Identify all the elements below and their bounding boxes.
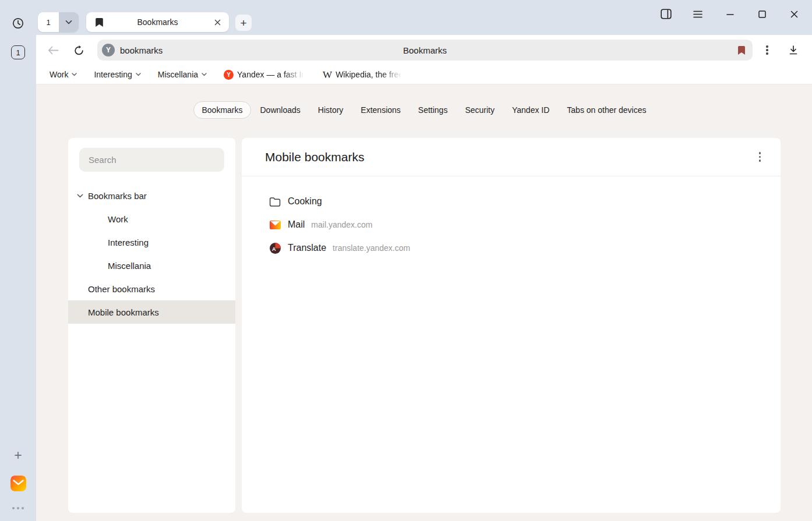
- tab-group-count-button[interactable]: 1: [38, 12, 59, 32]
- yandex-translate-icon: A: [269, 242, 281, 254]
- bookmark-label: Yandex — a fast In: [237, 70, 306, 79]
- side-panel-toggle-button[interactable]: [659, 8, 672, 20]
- tab-security[interactable]: Security: [457, 101, 503, 119]
- list-item-translate[interactable]: A Translate translate.yandex.com: [242, 236, 781, 260]
- tab-close-button[interactable]: [211, 16, 224, 29]
- bookmarks-bar-folder-interesting[interactable]: Interesting: [94, 70, 140, 79]
- window-close-button[interactable]: [788, 8, 800, 20]
- history-clock-icon[interactable]: [12, 17, 24, 30]
- tree-item-label: Bookmarks bar: [88, 191, 147, 201]
- browser-window: 1 Bookmarks +: [36, 0, 812, 521]
- bookmark-list: Cooking Mail mail.yandex.com: [242, 176, 781, 260]
- folder-icon: [269, 196, 281, 207]
- url-text: bookmarks: [120, 45, 163, 55]
- list-item-mail[interactable]: Mail mail.yandex.com: [242, 213, 781, 236]
- browser-toolbar: Y bookmarks Bookmarks: [36, 35, 812, 65]
- close-icon: [790, 10, 798, 18]
- kebab-icon: [759, 152, 761, 162]
- back-button[interactable]: [44, 41, 62, 59]
- bookmarks-bar-folder-miscellania[interactable]: Miscellania: [158, 70, 207, 79]
- bookmark-url: mail.yandex.com: [311, 220, 372, 229]
- address-bar[interactable]: Y bookmarks Bookmarks: [97, 40, 753, 61]
- bookmark-name: Translate: [288, 243, 326, 253]
- tab-other-devices[interactable]: Tabs on other devices: [559, 101, 654, 119]
- chevron-down-icon: [72, 73, 77, 76]
- folder-label: Miscellania: [158, 70, 198, 79]
- tab-strip: 1 Bookmarks +: [36, 0, 812, 35]
- browser-tab[interactable]: Bookmarks: [86, 12, 229, 32]
- panel-menu-button[interactable]: [756, 149, 764, 165]
- workspace-number-badge[interactable]: 1: [11, 45, 25, 59]
- yandex-favicon: Y: [224, 70, 234, 80]
- tab-title: Bookmarks: [104, 17, 211, 27]
- chevron-down-icon: [202, 73, 207, 76]
- yandex-mail-app-icon[interactable]: [10, 476, 26, 491]
- tree-item-label: Mobile bookmarks: [88, 307, 159, 317]
- rail-more-button[interactable]: [12, 507, 24, 509]
- bookmark-name: Cooking: [288, 196, 322, 207]
- bookmarks-manager-page: Bookmarks Downloads History Extensions S…: [36, 84, 812, 521]
- tab-settings[interactable]: Settings: [410, 101, 456, 119]
- tree-item-work[interactable]: Work: [68, 207, 235, 231]
- svg-text:A: A: [272, 246, 276, 251]
- wikipedia-favicon: W: [323, 70, 332, 80]
- address-bar-menu-button[interactable]: [760, 42, 775, 58]
- tree-item-other-bookmarks[interactable]: Other bookmarks: [68, 277, 235, 300]
- kebab-icon: [766, 45, 768, 54]
- chevron-down-icon: [136, 73, 141, 76]
- reload-button[interactable]: [70, 41, 87, 59]
- yandex-mail-icon: [269, 219, 281, 231]
- bookmark-flag-icon: [737, 45, 746, 55]
- tree-item-miscellania[interactable]: Miscellania: [68, 254, 235, 277]
- list-item-cooking[interactable]: Cooking: [242, 190, 781, 213]
- bookmarks-bar-link-yandex[interactable]: Y Yandex — a fast In: [224, 70, 306, 80]
- panel-title: Mobile bookmarks: [265, 150, 364, 164]
- rail-add-button[interactable]: +: [14, 449, 22, 462]
- bookmark-label: Wikipedia, the free: [336, 70, 403, 79]
- tab-yandex-id[interactable]: Yandex ID: [504, 101, 557, 119]
- browser-menu-button[interactable]: [691, 8, 704, 20]
- new-tab-button[interactable]: +: [235, 15, 252, 31]
- reload-icon: [73, 45, 84, 56]
- back-arrow-icon: [48, 46, 59, 55]
- manager-panels: Bookmarks bar Work Interesting Miscellan…: [68, 138, 781, 513]
- bookmarks-tree: Bookmarks bar Work Interesting Miscellan…: [68, 184, 235, 324]
- chevron-down-icon[interactable]: [77, 194, 83, 198]
- list-panel-header: Mobile bookmarks: [242, 138, 781, 176]
- tab-downloads[interactable]: Downloads: [252, 101, 309, 119]
- tab-extensions[interactable]: Extensions: [352, 101, 408, 119]
- workspace-number: 1: [16, 48, 20, 57]
- bookmarks-bar-folder-work[interactable]: Work: [50, 70, 77, 79]
- minimize-icon: [726, 10, 734, 18]
- window-minimize-button[interactable]: [723, 8, 736, 20]
- bookmark-url: translate.yandex.com: [333, 243, 410, 253]
- side-panel-icon: [661, 9, 672, 19]
- tree-item-interesting[interactable]: Interesting: [68, 231, 235, 254]
- bookmark-name: Mail: [288, 219, 305, 230]
- bookmarks-bar: Work Interesting Miscellania Y Yandex — …: [36, 65, 812, 84]
- side-rail: 1 +: [0, 0, 36, 521]
- bookmark-flag-button[interactable]: [737, 45, 746, 55]
- tab-bookmarks[interactable]: Bookmarks: [193, 101, 250, 119]
- maximize-icon: [758, 10, 766, 18]
- tree-item-bookmarks-bar[interactable]: Bookmarks bar: [68, 184, 235, 207]
- search-input[interactable]: [79, 148, 224, 172]
- tree-item-label: Interesting: [108, 238, 149, 247]
- window-maximize-button[interactable]: [755, 8, 768, 20]
- hamburger-menu-icon: [693, 10, 702, 18]
- site-favicon: Y: [102, 44, 115, 56]
- close-icon: [214, 19, 221, 26]
- bookmarks-tree-panel: Bookmarks bar Work Interesting Miscellan…: [68, 138, 235, 513]
- manager-nav-tabs: Bookmarks Downloads History Extensions S…: [36, 84, 812, 119]
- bookmarks-bar-link-wikipedia[interactable]: W Wikipedia, the free: [323, 70, 403, 80]
- window-controls: [659, 8, 800, 20]
- downloads-button[interactable]: [785, 42, 802, 58]
- tab-group-expand-button[interactable]: [59, 12, 79, 32]
- tab-history[interactable]: History: [310, 101, 352, 119]
- tree-item-label: Miscellania: [108, 261, 151, 271]
- tab-group: 1: [38, 12, 79, 32]
- tree-item-mobile-bookmarks[interactable]: Mobile bookmarks: [68, 300, 235, 324]
- folder-label: Work: [50, 70, 68, 79]
- tree-item-label: Work: [108, 214, 128, 224]
- tab-group-count: 1: [46, 18, 50, 27]
